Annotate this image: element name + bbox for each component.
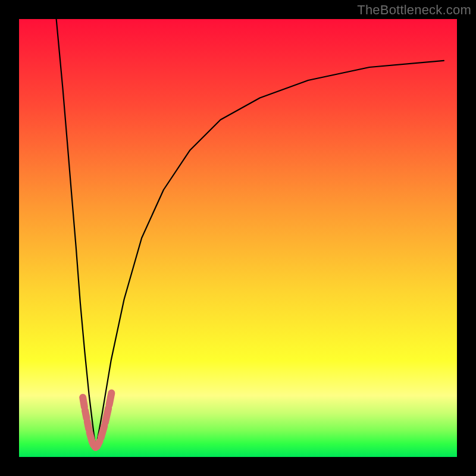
overlay-segment	[83, 397, 84, 407]
outer-frame: TheBottleneck.com	[0, 0, 476, 476]
bottleneck-curve	[57, 19, 444, 449]
red-overlay-segments	[83, 393, 111, 448]
overlay-segment	[85, 411, 87, 418]
overlay-segment	[109, 393, 112, 405]
overlay-segment	[87, 421, 89, 429]
overlay-segment	[105, 408, 108, 422]
overlay-segment	[90, 433, 92, 442]
curve-layer	[19, 19, 457, 457]
plot-area	[19, 19, 457, 457]
watermark-label: TheBottleneck.com	[357, 2, 471, 18]
overlay-segment	[97, 441, 100, 446]
overlay-segment	[101, 426, 105, 438]
